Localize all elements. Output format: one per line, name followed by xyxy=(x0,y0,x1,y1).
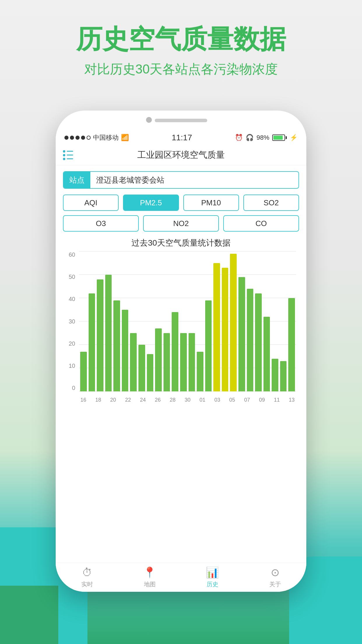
btn-o3[interactable]: O3 xyxy=(63,215,139,232)
bg-title-main: 历史空气质量数据 xyxy=(0,23,362,55)
status-left: 中国移动 📶 xyxy=(64,133,129,142)
bg-title-block: 历史空气质量数据 对比历史30天各站点各污染物浓度 xyxy=(0,23,362,78)
status-bar: 中国移动 📶 11:17 ⏰ 🎧 98% ⚡ xyxy=(56,130,306,145)
bar-chart-icon: 📊 xyxy=(206,566,219,579)
chart-x-axis: 161820222426283001030507091113 xyxy=(79,393,296,403)
bars-container xyxy=(79,251,296,391)
x-label-14: 13 xyxy=(287,397,296,403)
btn-pm25[interactable]: PM2.5 xyxy=(123,195,179,211)
y-label-20: 20 xyxy=(63,340,78,347)
bottom-nav: ⏱ 实时 📍 地图 📊 历史 ⊙ 关于 xyxy=(56,563,306,592)
pollutant-row-2: O3 NO2 CO xyxy=(63,215,299,232)
station-selector[interactable]: 站点 澄迈县老城管委会站 xyxy=(63,171,299,189)
battery-bar xyxy=(272,134,287,141)
bar-0 xyxy=(80,352,87,391)
signal-dot-4 xyxy=(81,136,85,140)
menu-line-2 xyxy=(67,155,73,155)
bar-23 xyxy=(272,359,278,391)
bar-7 xyxy=(138,345,145,391)
bar-8 xyxy=(147,354,154,391)
menu-line-1 xyxy=(67,151,73,152)
clock-icon: ⏱ xyxy=(82,566,92,579)
pollutant-grid: AQI PM2.5 PM10 SO2 O3 NO2 xyxy=(63,195,299,232)
bar-13 xyxy=(189,333,195,391)
signal-dots xyxy=(64,136,91,140)
y-label-30: 30 xyxy=(63,318,78,325)
signal-dot-3 xyxy=(75,136,80,140)
btn-pm10[interactable]: PM10 xyxy=(183,195,239,211)
bar-22 xyxy=(263,317,270,391)
signal-dot-5 xyxy=(87,136,91,140)
bar-19 xyxy=(238,277,245,391)
menu-dot-1 xyxy=(63,150,65,153)
status-time: 11:17 xyxy=(172,133,192,142)
phone-speaker xyxy=(155,119,207,122)
bar-17 xyxy=(222,268,229,391)
carrier-label: 中国移动 xyxy=(93,133,119,142)
app-content: 站点 澄迈县老城管委会站 AQI PM2.5 PM10 SO2 xyxy=(56,165,306,563)
nav-label-map: 地图 xyxy=(144,580,156,588)
nav-label-history: 历史 xyxy=(207,580,218,588)
bg-shape-green xyxy=(0,586,58,644)
bar-3 xyxy=(105,275,112,391)
btn-aqi[interactable]: AQI xyxy=(63,195,119,211)
nav-item-realtime[interactable]: ⏱ 实时 xyxy=(56,566,118,588)
bar-12 xyxy=(180,333,187,391)
x-label-9: 03 xyxy=(213,397,222,403)
pollutant-row-1: AQI PM2.5 PM10 SO2 xyxy=(63,195,299,211)
bar-24 xyxy=(280,361,287,391)
nav-item-map[interactable]: 📍 地图 xyxy=(118,566,181,588)
more-circle-icon: ⊙ xyxy=(271,566,280,579)
x-label-6: 28 xyxy=(168,397,177,403)
menu-dot-2 xyxy=(63,154,65,156)
btn-co[interactable]: CO xyxy=(223,215,299,232)
bar-9 xyxy=(155,328,162,391)
charging-icon: ⚡ xyxy=(290,134,298,141)
bar-1 xyxy=(89,293,95,391)
x-label-11: 07 xyxy=(243,397,252,403)
app-header: 工业园区环境空气质量 xyxy=(56,145,306,165)
map-pin-icon: 📍 xyxy=(143,566,156,579)
y-label-60: 60 xyxy=(63,251,78,258)
bar-20 xyxy=(247,289,254,391)
bar-14 xyxy=(197,352,203,391)
nav-label-realtime: 实时 xyxy=(81,580,93,588)
chart-y-axis: 0 10 20 30 40 50 60 xyxy=(63,251,78,391)
bar-5 xyxy=(122,310,129,391)
x-label-7: 30 xyxy=(183,397,192,403)
signal-dot-1 xyxy=(64,136,68,140)
nav-item-about[interactable]: ⊙ 关于 xyxy=(244,566,306,588)
app-title: 工业园区环境空气质量 xyxy=(137,149,225,161)
x-label-8: 01 xyxy=(198,397,207,403)
x-label-13: 11 xyxy=(273,397,281,403)
signal-dot-2 xyxy=(70,136,74,140)
x-label-4: 24 xyxy=(138,397,147,403)
menu-dot-3 xyxy=(63,158,65,160)
station-value: 澄迈县老城管委会站 xyxy=(90,172,298,188)
nav-item-history[interactable]: 📊 历史 xyxy=(181,566,244,588)
bar-4 xyxy=(113,300,120,391)
btn-no2[interactable]: NO2 xyxy=(143,215,219,232)
bar-15 xyxy=(205,300,212,391)
bar-11 xyxy=(172,312,178,391)
wifi-icon: 📶 xyxy=(121,134,129,141)
phone-camera xyxy=(146,117,152,123)
battery-tip xyxy=(286,136,287,139)
bar-16 xyxy=(213,263,220,391)
battery-fill xyxy=(273,136,283,140)
menu-button[interactable] xyxy=(63,150,73,160)
x-label-0: 16 xyxy=(79,397,88,403)
bar-2 xyxy=(97,279,103,391)
x-label-2: 20 xyxy=(109,397,117,403)
btn-so2[interactable]: SO2 xyxy=(243,195,299,211)
headphone-icon: 🎧 xyxy=(246,134,254,141)
x-label-5: 26 xyxy=(153,397,162,403)
battery-body xyxy=(272,134,285,141)
x-label-3: 22 xyxy=(124,397,132,403)
phone-frame: 中国移动 📶 11:17 ⏰ 🎧 98% ⚡ 工业园区环境空气 xyxy=(56,111,306,592)
bar-25 xyxy=(288,298,295,391)
y-label-50: 50 xyxy=(63,274,78,280)
bar-10 xyxy=(164,333,170,391)
station-label: 站点 xyxy=(64,172,90,188)
bar-18 xyxy=(230,254,237,391)
